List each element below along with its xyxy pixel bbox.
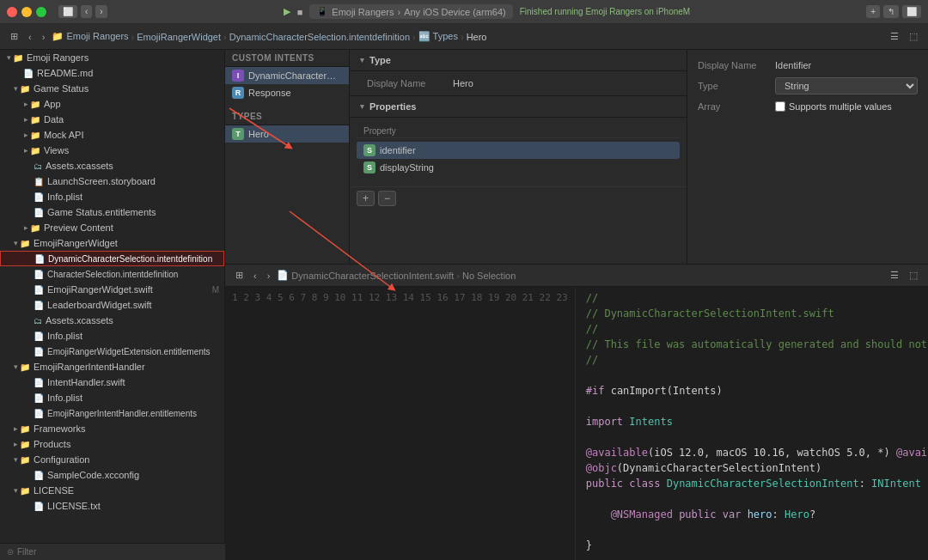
breadcrumb-item-3[interactable]: DynamicCharacterSelection.intentdefiniti… <box>229 32 410 42</box>
file-icon: 📄 <box>34 208 44 217</box>
sidebar-item-data[interactable]: 📁 Data <box>0 112 224 127</box>
code-layout-toggle[interactable]: ⬚ <box>906 268 921 283</box>
sidebar-item-readme[interactable]: 📄 README.md <box>0 65 224 81</box>
sidebar-item-intent-handler-swift[interactable]: 📄 IntentHandler.swift <box>0 374 224 390</box>
forward-nav[interactable]: › <box>39 30 49 44</box>
title-bar-center: ▶ ■ 📱 Emoji Rangers › Any iOS Device (ar… <box>113 4 861 19</box>
sidebar-label: LICENSE <box>34 485 74 496</box>
code-no-selection: No Selection <box>462 271 516 281</box>
sidebar-item-products[interactable]: 📁 Products <box>0 436 224 452</box>
nav-btn[interactable]: ↰ <box>883 5 899 18</box>
sidebar-item-emoji-ranger-intent-handler[interactable]: 📁 EmojiRangerIntentHandler <box>0 359 224 374</box>
sidebar-item-dynamic-char-sel[interactable]: 📄 DynamicCharacterSelection.intentdefini… <box>0 251 224 266</box>
sidebar-item-game-status[interactable]: 📁 Game Status <box>0 81 224 96</box>
stop-button[interactable]: ■ <box>297 7 303 17</box>
add-property-button[interactable]: + <box>357 191 375 206</box>
run-button[interactable]: ▶ <box>284 6 290 17</box>
remove-property-button[interactable]: − <box>378 191 396 206</box>
folder-icon: 📁 <box>30 115 40 125</box>
file-icon: 📄 <box>34 254 45 264</box>
breadcrumb: 📁 Emoji Rangers › EmojiRangerWidget › Dy… <box>52 31 883 42</box>
sidebar-toggle[interactable]: ⬜ <box>58 5 77 18</box>
sidebar-item-char-sel[interactable]: 📄 CharacterSelection.intentdefinition <box>0 266 224 282</box>
add-btn[interactable]: + <box>866 5 880 18</box>
sidebar-label: Products <box>34 439 70 449</box>
sidebar-item-views[interactable]: 📁 Views <box>0 143 224 158</box>
chevron-icon <box>14 424 18 433</box>
sidebar-label: DynamicCharacterSelection.intentdefiniti… <box>48 254 212 264</box>
chevron-icon <box>14 362 18 371</box>
type-select[interactable]: String Integer Boolean <box>775 77 918 94</box>
back-btn[interactable]: ‹ <box>81 5 92 18</box>
add-remove-bar: + − <box>350 186 687 210</box>
run-status: Finished running Emoji Rangers on iPhone… <box>520 7 690 16</box>
sidebar-item-emoji-ranger-widget[interactable]: 📁 EmojiRangerWidget <box>0 235 224 251</box>
code-inspector-toggle[interactable]: ☰ <box>887 268 902 283</box>
grid-toggle[interactable]: ⊞ <box>7 29 21 44</box>
sidebar-item-assets-widget[interactable]: 🗂 Assets.xcassets <box>0 313 224 328</box>
prop-type-label: Type <box>698 81 775 91</box>
content-area: CUSTOM INTENTS I DynamicCharacterSele...… <box>225 50 928 560</box>
close-button[interactable] <box>7 7 17 17</box>
sidebar-item-samplecode-xcconfig[interactable]: 📄 SampleCode.xcconfig <box>0 467 224 483</box>
sidebar-item-emoji-rangers[interactable]: 📁 Emoji Rangers <box>0 50 224 65</box>
sidebar-item-license-txt[interactable]: 📄 LICENSE.txt <box>0 498 224 514</box>
code-grid-toggle[interactable]: ⊞ <box>232 268 247 283</box>
maximize-button[interactable] <box>36 7 46 17</box>
sidebar-label: Preview Content <box>44 222 113 233</box>
panel-btn[interactable]: ⬜ <box>902 5 921 18</box>
sidebar-item-mock-api[interactable]: 📁 Mock API <box>0 127 224 143</box>
sidebar-item-app[interactable]: 📁 App <box>0 96 224 112</box>
sidebar-item-license[interactable]: 📁 LICENSE <box>0 483 224 498</box>
sidebar-item-info-plist-3[interactable]: 📄 Info.plist <box>0 390 224 405</box>
code-content[interactable]: // // DynamicCharacterSelectionIntent.sw… <box>576 287 928 560</box>
folder-icon: 📁 <box>20 440 30 449</box>
breadcrumb-item-1[interactable]: 📁 Emoji Rangers <box>52 31 128 42</box>
checkbox-row: Supports multiple values <box>775 101 892 112</box>
sidebar-item-preview-content[interactable]: 📁 Preview Content <box>0 220 224 235</box>
minimize-button[interactable] <box>21 7 32 17</box>
folder-icon: 📁 <box>20 455 30 465</box>
array-checkbox[interactable] <box>775 101 785 112</box>
prop-display-name-value: Identifier <box>775 60 918 70</box>
intents-item-hero[interactable]: T Hero <box>225 125 349 143</box>
sidebar-item-launchscreen[interactable]: 📋 LaunchScreen.storyboard <box>0 173 224 189</box>
custom-intents-header: CUSTOM INTENTS <box>225 50 349 67</box>
breadcrumb-item-2[interactable]: EmojiRangerWidget <box>137 32 221 42</box>
sidebar-item-emoji-ranger-widget-swift[interactable]: 📄 EmojiRangerWidget.swift M <box>0 282 224 297</box>
sidebar-item-emoji-ranger-intent-handler-entitlements[interactable]: 📄 EmojiRangerIntentHandler.entitlements <box>0 405 224 421</box>
sidebar-label: Data <box>44 114 64 125</box>
layout-toggle[interactable]: ⬚ <box>906 29 921 44</box>
intents-item-dynamic-char-sel[interactable]: I DynamicCharacterSele... <box>225 67 349 84</box>
sidebar-item-assets-xcassets[interactable]: 🗂 Assets.xcassets <box>0 158 224 173</box>
property-row-identifier[interactable]: S identifier <box>357 142 680 159</box>
inspector-toggle[interactable]: ☰ <box>887 29 902 44</box>
sidebar-item-game-status-entitlements[interactable]: 📄 Game Status.entitlements <box>0 204 224 220</box>
intents-item-response[interactable]: R Response <box>225 84 349 101</box>
sidebar-label: EmojiRangerWidgetExtension.entitlements <box>47 347 211 356</box>
code-back-btn[interactable]: ‹ <box>250 269 260 283</box>
sidebar-item-info-plist-2[interactable]: 📄 Info.plist <box>0 328 224 344</box>
type-badge: T <box>232 128 244 140</box>
string-badge: S <box>363 161 375 173</box>
sidebar-label: Configuration <box>34 454 89 465</box>
file-icon: 📄 <box>34 192 44 202</box>
back-nav[interactable]: ‹ <box>25 30 35 44</box>
filter-input[interactable] <box>17 547 218 557</box>
sidebar-item-emoji-ranger-extension-entitlements[interactable]: 📄 EmojiRangerWidgetExtension.entitlement… <box>0 344 224 359</box>
property-name: displayString <box>380 162 434 173</box>
chevron-icon <box>14 455 18 464</box>
sidebar-item-info-plist-1[interactable]: 📄 Info.plist <box>0 189 224 204</box>
sidebar-item-leaderboard-widget[interactable]: 📄 LeaderboardWidget.swift <box>0 297 224 313</box>
breadcrumb-item-4[interactable]: 🔤 Types <box>418 31 458 42</box>
sidebar-label: Game Status.entitlements <box>47 207 156 217</box>
sidebar-item-frameworks[interactable]: 📁 Frameworks <box>0 421 224 436</box>
sidebar-item-configuration[interactable]: 📁 Configuration <box>0 452 224 467</box>
scheme-selector[interactable]: 📱 Emoji Rangers › Any iOS Device (arm64) <box>309 4 512 19</box>
sidebar-label: LeaderboardWidget.swift <box>47 300 152 310</box>
property-row-displaystring[interactable]: S displayString <box>357 159 680 176</box>
property-name: identifier <box>380 145 416 155</box>
code-forward-btn[interactable]: › <box>264 269 274 283</box>
forward-btn[interactable]: › <box>95 5 107 18</box>
sidebar-label: Views <box>44 145 69 155</box>
